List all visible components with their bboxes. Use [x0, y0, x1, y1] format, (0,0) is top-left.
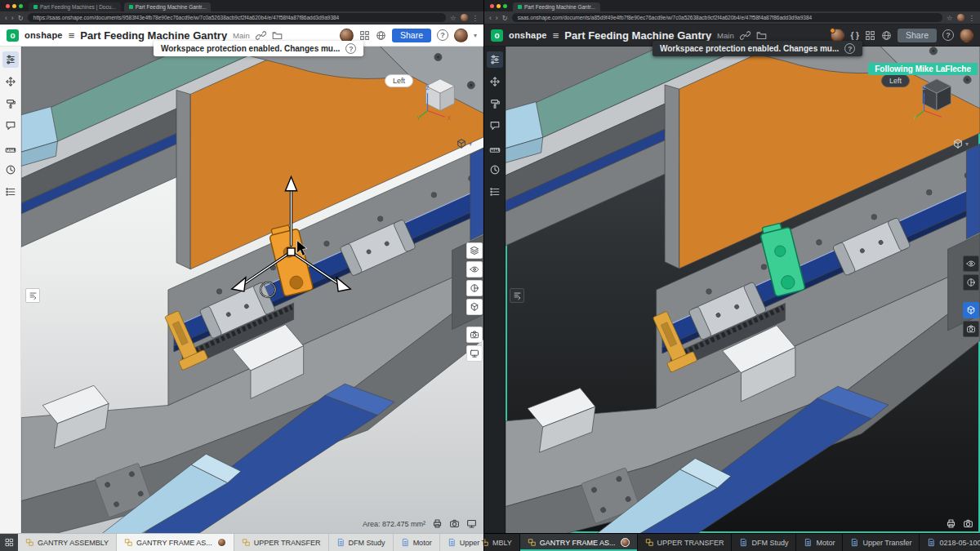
doc-tab-upper-tr[interactable]: Upper Tr	[440, 534, 483, 551]
display-style-button[interactable]: ▾	[952, 138, 969, 149]
display-style-button[interactable]: ▾	[456, 138, 472, 149]
doc-tab-assembly-clipped[interactable]: MBLY	[484, 534, 520, 551]
user-avatar[interactable]	[454, 29, 468, 42]
link-icon[interactable]	[256, 30, 266, 41]
user-avatar[interactable]	[960, 29, 973, 42]
share-button[interactable]: Share	[898, 29, 937, 42]
features-tool-button[interactable]	[487, 51, 503, 68]
history-tool-button[interactable]	[487, 162, 503, 178]
chevron-down-icon[interactable]: ▾	[474, 32, 477, 39]
measure-tool-button[interactable]	[487, 140, 503, 156]
visibility-panel-button[interactable]	[466, 261, 483, 278]
app-grid-icon[interactable]	[359, 30, 370, 41]
onshape-logo[interactable]: o	[7, 29, 19, 42]
cad-viewport[interactable]: Left Z X Y ▾ Area: 872.475 mm²	[21, 47, 483, 533]
bookmark-star-icon[interactable]: ☆	[450, 14, 457, 22]
address-input[interactable]: saas.onshape.com/documents/a85d9f49e4fb7…	[512, 13, 942, 22]
browser-tab-active[interactable]: Part Feeding Machine Gantr...	[513, 2, 600, 11]
view-cube[interactable]: Left Z X Y	[881, 74, 960, 122]
section-view-panel-button[interactable]	[963, 274, 979, 291]
presentation-panel-button[interactable]	[466, 345, 483, 362]
transform-tool-button[interactable]	[487, 73, 503, 90]
help-icon[interactable]: ?	[942, 29, 954, 41]
section-view-panel-button[interactable]	[466, 280, 483, 296]
globe-icon[interactable]	[881, 30, 892, 41]
features-tool-button[interactable]	[2, 51, 19, 68]
transform-tool-button[interactable]	[2, 73, 19, 90]
back-icon[interactable]: ‹	[5, 14, 7, 22]
named-views-panel-button[interactable]	[466, 299, 483, 315]
history-tool-button[interactable]	[2, 162, 19, 178]
doc-tab-dfm-study[interactable]: DFM Study	[732, 534, 796, 551]
doc-tab-part-number[interactable]: 0218-05-100...	[920, 534, 980, 551]
appearance-tool-button[interactable]	[2, 96, 19, 112]
traffic-lights[interactable]	[6, 4, 23, 8]
app-grid-icon[interactable]	[865, 30, 875, 41]
collaborator-avatar[interactable]	[340, 29, 354, 42]
comment-tool-button[interactable]	[487, 118, 503, 134]
hamburger-menu-icon[interactable]: ≡	[553, 30, 559, 41]
close-window-icon[interactable]	[6, 4, 10, 8]
onshape-logo[interactable]: o	[491, 29, 503, 42]
print-icon[interactable]	[432, 518, 443, 529]
forward-icon[interactable]: ›	[11, 14, 14, 22]
snapshot-panel-button[interactable]	[466, 327, 483, 343]
close-window-icon[interactable]	[490, 4, 494, 8]
back-icon[interactable]: ‹	[489, 14, 492, 22]
minimize-window-icon[interactable]	[497, 4, 501, 8]
traffic-lights[interactable]	[490, 4, 507, 8]
reload-icon[interactable]: ↻	[502, 14, 508, 22]
doc-tab-upper-transfer[interactable]: UPPER TRANSFER	[234, 534, 329, 551]
browser-menu-icon[interactable]: ⋮	[472, 14, 479, 22]
forward-icon[interactable]: ›	[496, 14, 498, 22]
tab-manager-button[interactable]	[0, 534, 18, 551]
address-input[interactable]: https://saas.onshape.com/documents/9583f…	[28, 13, 446, 22]
doc-tab-upper-transfer-2[interactable]: Upper Transfer	[843, 534, 920, 551]
help-icon[interactable]: ?	[345, 43, 356, 54]
doc-tab-gantry-frame[interactable]: GANTRY FRAME AS...	[117, 534, 234, 551]
reload-icon[interactable]: ↻	[18, 14, 24, 22]
browser-profile-avatar[interactable]	[461, 14, 468, 21]
measure-tool-button[interactable]	[2, 140, 19, 156]
display-states-panel-button[interactable]	[466, 242, 483, 259]
workspace-label[interactable]: Main	[233, 31, 250, 40]
globe-icon[interactable]	[376, 30, 386, 41]
screenshot-icon[interactable]	[963, 518, 973, 529]
browser-tab[interactable]: Part Feeding Machines | Docu...	[29, 2, 121, 11]
help-icon[interactable]: ?	[844, 43, 855, 54]
comment-tool-button[interactable]	[2, 118, 19, 134]
link-icon[interactable]	[740, 30, 751, 41]
bom-tool-button[interactable]	[2, 184, 19, 200]
doc-tab-gantry-frame[interactable]: GANTRY FRAME AS...	[520, 534, 638, 551]
cad-viewport[interactable]: Following Mike LaFleche Left Z X Y ▾	[506, 47, 980, 533]
feature-panel-toggle[interactable]	[510, 288, 524, 303]
bookmark-star-icon[interactable]: ☆	[947, 14, 953, 22]
bom-tool-button[interactable]	[487, 184, 503, 200]
doc-tab-motor[interactable]: Motor	[394, 534, 440, 551]
zoom-window-icon[interactable]	[503, 4, 507, 8]
appearance-tool-button[interactable]	[487, 96, 503, 112]
doc-tab-motor[interactable]: Motor	[796, 534, 843, 551]
screenshot-icon[interactable]	[449, 518, 460, 529]
browser-profile-avatar[interactable]	[957, 14, 964, 21]
doc-tab-upper-transfer[interactable]: UPPER TRANSFER	[638, 534, 733, 551]
minimize-window-icon[interactable]	[12, 4, 16, 8]
browser-tab-active[interactable]: Part Feeding Machine Gantr...	[124, 2, 212, 11]
zoom-window-icon[interactable]	[19, 4, 23, 8]
feature-panel-toggle[interactable]	[25, 288, 40, 303]
print-icon[interactable]	[946, 518, 956, 529]
folder-icon[interactable]	[756, 30, 767, 41]
view-orientation-label[interactable]: Left	[881, 74, 910, 87]
folder-icon[interactable]	[272, 30, 283, 41]
view-orientation-label[interactable]: Left	[385, 74, 413, 87]
share-button[interactable]: Share	[392, 29, 431, 42]
dev-braces-icon[interactable]: { }	[850, 31, 859, 40]
hamburger-menu-icon[interactable]: ≡	[69, 30, 75, 41]
view-cube[interactable]: Left Z X Y	[385, 74, 464, 122]
workspace-label[interactable]: Main	[717, 31, 734, 40]
following-banner[interactable]: Following Mike LaFleche	[868, 63, 978, 75]
present-icon[interactable]	[466, 518, 477, 529]
collaborator-avatar[interactable]	[831, 29, 844, 42]
doc-tab-gantry-assembly[interactable]: GANTRY ASSEMBLY	[18, 534, 117, 551]
named-views-panel-button[interactable]	[963, 302, 979, 318]
